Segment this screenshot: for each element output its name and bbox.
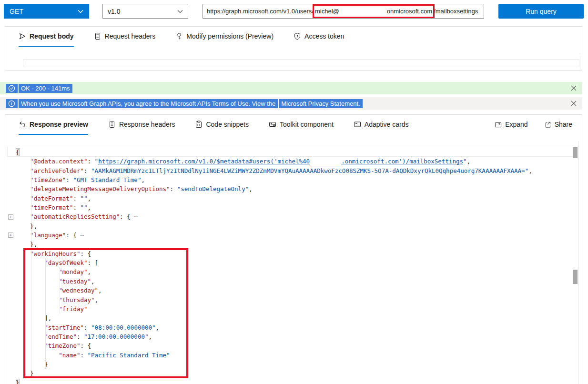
tab-response-headers[interactable]: Response headers xyxy=(108,121,175,135)
gutter-cell: + xyxy=(5,212,16,221)
gutter-cell xyxy=(5,341,16,350)
code-line: }, xyxy=(5,222,582,231)
code-segment xyxy=(16,213,30,220)
code-segment: , xyxy=(88,204,91,211)
close-icon[interactable] xyxy=(571,85,577,91)
toolkit-icon xyxy=(269,121,276,128)
code-text: "language": { ⋯ xyxy=(16,231,582,240)
code-segment xyxy=(16,167,30,174)
request-body-editor[interactable] xyxy=(23,59,579,67)
api-version-dropdown[interactable]: v1.0 xyxy=(102,4,188,19)
code-line: "archiveFolder": "AAMkAGM1MDRmYzc1LTljYz… xyxy=(5,166,582,175)
expand-button[interactable]: Expand xyxy=(495,121,527,128)
tab-request-headers[interactable]: Request headers xyxy=(94,32,156,47)
code-text: "timeFormat": "", xyxy=(16,203,582,212)
code-text: }, xyxy=(16,240,582,249)
gutter-cell xyxy=(5,286,16,295)
tab-label: Adaptive cards xyxy=(365,121,409,128)
share-button[interactable]: Share xyxy=(544,121,572,128)
chevron-down-icon xyxy=(177,10,183,13)
gutter-cell xyxy=(5,249,16,258)
code-segment: "sendToDelegateOnly" xyxy=(177,185,249,192)
tab-request-body[interactable]: Request body xyxy=(19,32,74,47)
gutter-cell xyxy=(5,148,16,157)
shield-lock-icon xyxy=(294,32,301,40)
code-segment: : xyxy=(66,176,73,183)
code-segment: "automaticRepliesSetting" xyxy=(30,213,120,220)
gutter-cell xyxy=(5,360,16,369)
url-prefix: https://graph.microsoft.com/v1.0/users/ xyxy=(207,8,314,15)
response-tabs: Response preview Response headers Code s… xyxy=(5,115,582,135)
code-segment: : { xyxy=(66,232,80,239)
gutter-cell xyxy=(5,175,16,184)
chevron-down-icon xyxy=(78,10,83,13)
expand-label: Expand xyxy=(505,121,527,128)
code-segment: : xyxy=(73,195,80,202)
code-segment: "archiveFolder" xyxy=(30,167,84,174)
gutter-cell xyxy=(5,378,16,384)
privacy-statement-link[interactable]: Microsoft Privacy Statement. xyxy=(279,99,362,108)
code-segment xyxy=(16,176,30,183)
tab-response-preview[interactable]: Response preview xyxy=(19,121,88,135)
gutter-cell xyxy=(5,184,16,193)
http-method-value: GET xyxy=(10,8,23,15)
tab-adaptive-cards[interactable]: Adaptive cards xyxy=(354,121,409,135)
code-segment xyxy=(16,185,30,192)
tab-label: Toolkit component xyxy=(280,121,334,128)
code-segment: { xyxy=(16,149,20,156)
tab-toolkit-component[interactable]: Toolkit component xyxy=(269,121,334,135)
code-text: "archiveFolder": "AAMkAGM1MDRmYzc1LTljYz… xyxy=(16,166,582,175)
gutter-cell xyxy=(5,313,16,323)
gutter-cell xyxy=(5,194,16,203)
code-segment: "" xyxy=(80,204,87,211)
fold-expand-icon[interactable]: + xyxy=(8,214,13,220)
code-segment: "" xyxy=(80,195,87,202)
permissions-icon xyxy=(175,32,183,40)
code-line: "timeZone": "GMT Standard Time", xyxy=(5,175,582,184)
gutter-cell xyxy=(5,240,16,249)
tab-access-token[interactable]: Access token xyxy=(294,32,344,47)
tab-modify-permissions[interactable]: Modify permissions (Preview) xyxy=(175,32,274,47)
code-segment: } xyxy=(16,379,20,384)
code-segment: "timeFormat" xyxy=(30,204,73,211)
run-query-button[interactable]: Run query xyxy=(498,4,584,19)
send-icon xyxy=(19,32,26,40)
code-segment: : xyxy=(84,167,91,174)
code-text: { xyxy=(16,148,582,157)
vertical-scrollbar-track xyxy=(578,141,578,384)
code-line: "@odata.context": "https://graph.microso… xyxy=(5,157,582,166)
code-line: + "automaticRepliesSetting": { ⋯ xyxy=(5,212,582,221)
vertical-scrollbar-thumb[interactable] xyxy=(573,147,578,158)
code-segment: , xyxy=(88,195,91,202)
redaction-highlight-box: michel@onmicrosoft.com xyxy=(313,4,435,18)
terms-info-bar: When you use Microsoft Graph APIs, you a… xyxy=(0,97,582,110)
gutter-cell xyxy=(5,295,16,304)
code-segment: }, xyxy=(16,222,37,230)
tab-label: Access token xyxy=(304,32,344,40)
vertical-scrollbar-thumb[interactable] xyxy=(573,270,578,284)
gutter-cell xyxy=(5,277,16,286)
gutter-cell xyxy=(5,222,16,231)
tab-code-snippets[interactable]: Code snippets xyxy=(195,121,249,135)
code-segment xyxy=(16,195,30,202)
json-link[interactable]: .onmicrosoft.com')/mailboxSettings xyxy=(341,158,463,165)
request-url-input[interactable]: https://graph.microsoft.com/v1.0/users/m… xyxy=(203,4,484,19)
code-text: "@odata.context": "https://graph.microso… xyxy=(16,157,582,166)
code-text: "dateFormat": "", xyxy=(16,194,582,203)
clipboard-code-icon xyxy=(195,121,203,128)
tab-label: Request headers xyxy=(105,32,156,40)
tab-label: Modify permissions (Preview) xyxy=(186,32,274,40)
gutter-cell xyxy=(5,323,16,332)
gutter-cell xyxy=(5,369,16,378)
response-json-editor: { "@odata.context": "https://graph.micro… xyxy=(5,141,582,384)
http-method-dropdown[interactable]: GET xyxy=(4,4,89,19)
code-text: "automaticRepliesSetting": { ⋯ xyxy=(16,212,582,221)
code-segment: " xyxy=(463,158,467,165)
close-icon[interactable] xyxy=(571,101,577,106)
code-segment: : xyxy=(170,185,177,192)
url-domain: onmicrosoft.com xyxy=(387,8,432,15)
gutter-cell xyxy=(5,258,16,267)
fold-expand-icon[interactable]: + xyxy=(8,232,13,238)
json-link[interactable]: https://graph.microsoft.com/v1.0/$metada… xyxy=(98,158,310,165)
code-segment xyxy=(16,158,30,165)
